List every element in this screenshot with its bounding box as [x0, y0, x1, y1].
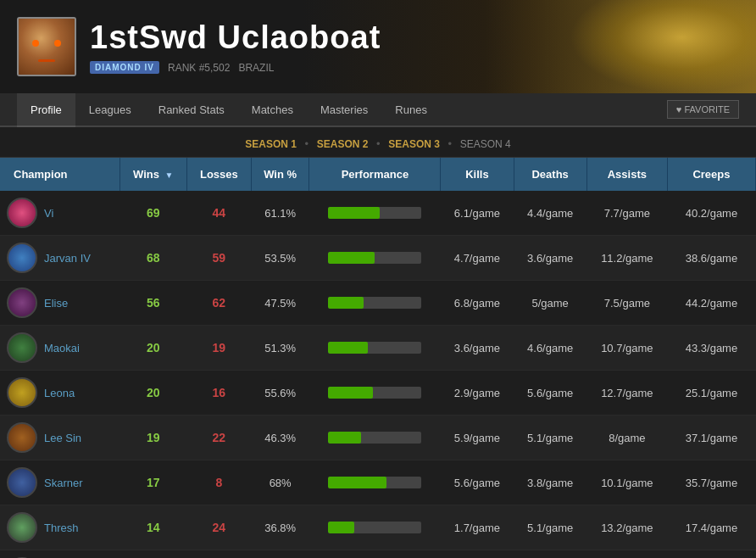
favorite-button[interactable]: ♥ FAVORITE: [667, 100, 739, 119]
tab-ranked-stats[interactable]: Ranked Stats: [145, 93, 238, 127]
wins-cell: 20: [120, 371, 186, 416]
wins-cell: 68: [120, 236, 186, 281]
header-background-char: [485, 0, 756, 93]
performance-cell: [309, 326, 441, 371]
col-assists: Assists: [586, 158, 667, 191]
champion-icon: [7, 467, 37, 498]
champion-name[interactable]: Elise: [44, 297, 68, 310]
header: 1stSwd Uclaoboat DIAMOND IV RANK #5,502 …: [0, 0, 756, 93]
wins-cell: 14: [120, 505, 186, 550]
deaths-cell: 5.1/game: [514, 550, 586, 559]
assists-cell: 10.7/game: [586, 326, 667, 371]
champion-icon: [7, 198, 37, 228]
creeps-cell: 44.2/game: [667, 281, 755, 326]
col-creeps: Creeps: [667, 158, 755, 191]
col-kills: Kills: [441, 158, 514, 191]
performance-cell: [309, 550, 441, 559]
season-3-link[interactable]: SEASON 3: [388, 138, 440, 150]
rank-number: RANK #5,502: [168, 62, 230, 74]
champion-icon: [7, 287, 37, 318]
table-row: Thresh 142436.8%1.7/game5.1/game13.2/gam…: [0, 505, 756, 550]
col-champion: Champion: [0, 158, 120, 191]
performance-bar-fill: [328, 252, 375, 264]
losses-cell: 59: [186, 236, 251, 281]
losses-cell: 62: [186, 281, 251, 326]
performance-bar-fill: [328, 207, 380, 219]
table-row: Maokai 201951.3%3.6/game4.6/game10.7/gam…: [0, 326, 756, 371]
kills-cell: 1.7/game: [441, 505, 514, 550]
season-selector: SEASON 1 • SEASON 2 • SEASON 3 • SEASON …: [0, 127, 756, 158]
win-pct-cell: 36.8%: [251, 505, 309, 550]
performance-cell: [309, 236, 441, 281]
performance-bar-fill: [328, 477, 386, 488]
win-pct-cell: 46.3%: [251, 416, 309, 460]
champion-name[interactable]: Thresh: [44, 522, 78, 534]
losses-cell: 19: [186, 326, 251, 371]
col-wins[interactable]: Wins ▼: [120, 158, 186, 191]
summoner-name: 1stSwd Uclaoboat: [90, 20, 381, 56]
champion-name[interactable]: Jarvan IV: [44, 252, 91, 265]
table-row: Elise 566247.5%6.8/game5/game7.5/game44.…: [0, 281, 756, 326]
assists-cell: 9.6/game: [586, 550, 667, 559]
assists-cell: 13.2/game: [586, 505, 667, 550]
table-row: Skarner 17868%5.6/game3.8/game10.1/game3…: [0, 460, 756, 505]
creeps-cell: 43.3/game: [667, 326, 755, 371]
kills-cell: 4.7/game: [441, 236, 514, 281]
champion-cell: Jarvan IV: [0, 236, 120, 281]
performance-bar: [328, 522, 421, 533]
wins-cell: 20: [120, 326, 186, 371]
losses-cell: 24: [186, 505, 251, 550]
assists-cell: 10.1/game: [586, 460, 667, 505]
champion-name[interactable]: Lee Sin: [44, 432, 81, 444]
deaths-cell: 5.1/game: [514, 505, 586, 550]
kills-cell: 6.8/game: [441, 281, 514, 326]
table-row: Jarvan IV 685953.5%4.7/game3.6/game11.2/…: [0, 236, 756, 281]
tab-leagues[interactable]: Leagues: [75, 93, 145, 127]
champion-name[interactable]: Skarner: [44, 477, 83, 489]
deaths-cell: 4.4/game: [514, 191, 586, 236]
kills-cell: 3.6/game: [441, 326, 514, 371]
champion-name[interactable]: Leona: [44, 387, 75, 399]
season-4-link[interactable]: SEASON 4: [460, 138, 511, 150]
champion-cell: Vi: [0, 191, 120, 236]
table-row: Vi 694461.1%6.1/game4.4/game7.7/game40.2…: [0, 191, 756, 236]
wins-cell: 69: [120, 191, 186, 236]
kills-cell: 5.9/game: [441, 416, 514, 460]
rank-badge: DIAMOND IV: [90, 61, 159, 74]
champion-cell: Maokai: [0, 326, 120, 371]
kills-cell: 2.9/game: [441, 371, 514, 416]
col-deaths: Deaths: [514, 158, 586, 191]
table-row: Soraka 12666.7%2.8/game5.1/game9.6/game1…: [0, 550, 756, 559]
champion-icon: [7, 243, 37, 273]
win-pct-cell: 61.1%: [251, 191, 309, 236]
win-pct-cell: 55.6%: [251, 371, 309, 416]
champion-name[interactable]: Maokai: [44, 342, 80, 354]
creeps-cell: 25.1/game: [667, 371, 755, 416]
tab-profile[interactable]: Profile: [17, 93, 75, 127]
performance-bar: [328, 252, 421, 264]
performance-bar-fill: [328, 387, 373, 399]
col-performance: Performance: [309, 158, 441, 191]
stats-table: Champion Wins ▼ Losses Win % Performance…: [0, 158, 756, 558]
performance-bar: [328, 342, 421, 354]
performance-cell: [309, 371, 441, 416]
kills-cell: 6.1/game: [441, 191, 514, 236]
champion-name[interactable]: Vi: [44, 207, 53, 220]
deaths-cell: 3.6/game: [514, 236, 586, 281]
champion-cell: Lee Sin: [0, 416, 120, 460]
performance-bar-fill: [328, 432, 361, 444]
season-2-link[interactable]: SEASON 2: [317, 138, 369, 150]
performance-cell: [309, 460, 441, 505]
tab-masteries[interactable]: Masteries: [307, 93, 381, 127]
rank-row: DIAMOND IV RANK #5,502 BRAZIL: [90, 61, 381, 74]
tab-matches[interactable]: Matches: [238, 93, 307, 127]
tab-runes[interactable]: Runes: [381, 93, 441, 127]
performance-bar: [328, 387, 421, 399]
champion-cell: Skarner: [0, 460, 120, 505]
season-1-link[interactable]: SEASON 1: [245, 138, 297, 150]
win-pct-cell: 68%: [251, 460, 309, 505]
deaths-cell: 5.6/game: [514, 371, 586, 416]
creeps-cell: 38.6/game: [667, 236, 755, 281]
losses-cell: 22: [186, 416, 251, 460]
kills-cell: 5.6/game: [441, 460, 514, 505]
